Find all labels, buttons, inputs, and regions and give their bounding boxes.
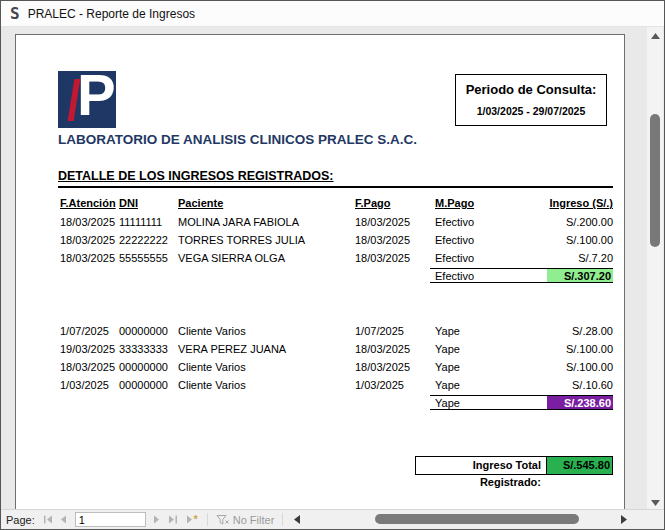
title-bar: S PRALEC - Reporte de Ingresos	[1, 1, 664, 27]
scrollbar-corner	[648, 510, 664, 529]
cell: Efectivo	[435, 249, 547, 267]
period-label: Periodo de Consulta:	[456, 82, 606, 97]
subtotal-value: S/.307.20	[547, 269, 613, 282]
cell: Yape	[435, 322, 547, 340]
cell: VEGA SIERRA OLGA	[178, 249, 355, 267]
cell: S/.10.60	[547, 376, 613, 394]
col-header-dni: DNI	[119, 197, 178, 209]
total-row: Ingreso Total Registrado: S/.545.80	[415, 456, 613, 475]
section-title-text: DETALLE DE LOS INGRESOS REGISTRADOS:	[58, 169, 333, 183]
arrow-left-icon	[294, 515, 300, 524]
table-row: 18/03/202555555555VEGA SIERRA OLGA18/03/…	[60, 249, 613, 267]
table-header-row: F.Atención DNI Paciente F.Pago M.Pago In…	[60, 197, 613, 209]
table-row: 1/03/202500000000Cliente Varios1/03/2025…	[60, 376, 613, 394]
cell: Cliente Varios	[178, 376, 355, 394]
report-viewport: P LABORATORIO DE ANALISIS CLINICOS PRALE…	[1, 27, 664, 511]
table-row: 1/07/202500000000Cliente Varios1/07/2025…	[60, 322, 613, 340]
no-filter-button[interactable]: No Filter	[212, 514, 279, 526]
vertical-scrollbar-thumb[interactable]	[650, 114, 660, 247]
prev-page-button[interactable]	[57, 512, 71, 527]
cell: 19/03/2025	[60, 340, 119, 358]
cell: Cliente Varios	[178, 358, 355, 376]
filter-funnel-icon	[216, 514, 229, 526]
cell: 18/03/2025	[355, 358, 435, 376]
next-page-icon	[153, 515, 160, 524]
cell: S/.100.00	[547, 358, 613, 376]
cell: S/.200.00	[547, 213, 613, 231]
cell: 33333333	[119, 340, 178, 358]
cell: 18/03/2025	[60, 358, 119, 376]
cell: S/.100.00	[547, 231, 613, 249]
cell: VERA PEREZ JUANA	[178, 340, 355, 358]
scroll-up-button[interactable]	[647, 28, 663, 43]
page-number-input[interactable]	[75, 512, 146, 527]
cell: TORRES TORRES JULIA	[178, 231, 355, 249]
cell: 18/03/2025	[60, 231, 119, 249]
logo-letter: P	[77, 71, 116, 126]
table-row: 18/03/202522222222TORRES TORRES JULIA18/…	[60, 231, 613, 249]
last-page-button[interactable]	[166, 512, 180, 527]
cell: 00000000	[119, 376, 178, 394]
col-header-f-atencion: F.Atención	[60, 197, 119, 209]
no-filter-label: No Filter	[233, 514, 275, 526]
subtotal-row: EfectivoS/.307.20	[430, 268, 613, 283]
col-header-paciente: Paciente	[178, 197, 355, 209]
subtotal-label: Efectivo	[430, 269, 547, 282]
scroll-right-button[interactable]	[616, 510, 631, 528]
cell: Yape	[435, 376, 547, 394]
report-window: S PRALEC - Reporte de Ingresos P LABORAT…	[0, 0, 665, 530]
scroll-left-button[interactable]	[289, 510, 304, 528]
cell: 18/03/2025	[355, 249, 435, 267]
cell: 1/07/2025	[60, 322, 119, 340]
col-header-f-pago: F.Pago	[355, 197, 435, 209]
new-record-button[interactable]: *	[182, 512, 202, 527]
cell: Efectivo	[435, 231, 547, 249]
new-record-star-icon: *	[194, 514, 198, 525]
record-navigation-bar: Page: * No Filter	[1, 509, 664, 529]
report-page: P LABORATORIO DE ANALISIS CLINICOS PRALE…	[15, 34, 625, 511]
cell: MOLINA JARA FABIOLA	[178, 213, 355, 231]
cell: Yape	[435, 358, 547, 376]
page-label: Page:	[6, 514, 35, 526]
cell: 1/03/2025	[60, 376, 119, 394]
separator	[207, 513, 208, 526]
separator	[282, 513, 283, 526]
arrow-right-icon	[621, 515, 627, 524]
company-name: LABORATORIO DE ANALISIS CLINICOS PRALEC …	[58, 132, 417, 147]
company-logo: P	[58, 71, 116, 128]
cell: Cliente Varios	[178, 322, 355, 340]
cell: 1/07/2025	[355, 322, 435, 340]
cell: 22222222	[119, 231, 178, 249]
prev-page-icon	[60, 515, 67, 524]
cell: Efectivo	[435, 213, 547, 231]
window-title: PRALEC - Reporte de Ingresos	[28, 7, 195, 21]
cell: 18/03/2025	[355, 340, 435, 358]
total-value: S/.545.80	[546, 457, 612, 474]
first-page-button[interactable]	[41, 512, 55, 527]
next-page-button[interactable]	[150, 512, 164, 527]
cell: S/.100.00	[547, 340, 613, 358]
cell: 18/03/2025	[60, 213, 119, 231]
cell: S/.7.20	[547, 249, 613, 267]
cell: 00000000	[119, 322, 178, 340]
horizontal-scrollbar-thumb[interactable]	[375, 514, 579, 524]
first-page-icon	[43, 515, 53, 524]
vertical-scrollbar[interactable]	[647, 27, 663, 511]
cell: 18/03/2025	[355, 231, 435, 249]
subtotal-row: YapeS/.238.60	[430, 395, 613, 410]
scroll-down-button[interactable]	[647, 495, 663, 510]
cell: 00000000	[119, 358, 178, 376]
last-page-icon	[168, 515, 178, 524]
cell: 55555555	[119, 249, 178, 267]
table-body: 18/03/202511111111MOLINA JARA FABIOLA18/…	[60, 213, 613, 410]
period-range: 1/03/2025 - 29/07/2025	[456, 105, 606, 117]
arrow-up-icon	[651, 33, 660, 39]
cell: 1/03/2025	[355, 376, 435, 394]
col-header-ingreso: Ingreso (S/.)	[547, 197, 613, 209]
cell: S/.28.00	[547, 322, 613, 340]
section-title: DETALLE DE LOS INGRESOS REGISTRADOS:	[58, 169, 613, 188]
table-row: 19/03/202533333333VERA PEREZ JUANA18/03/…	[60, 340, 613, 358]
new-record-icon	[186, 515, 193, 524]
horizontal-scrollbar[interactable]	[287, 510, 648, 529]
app-icon: S	[10, 6, 20, 22]
